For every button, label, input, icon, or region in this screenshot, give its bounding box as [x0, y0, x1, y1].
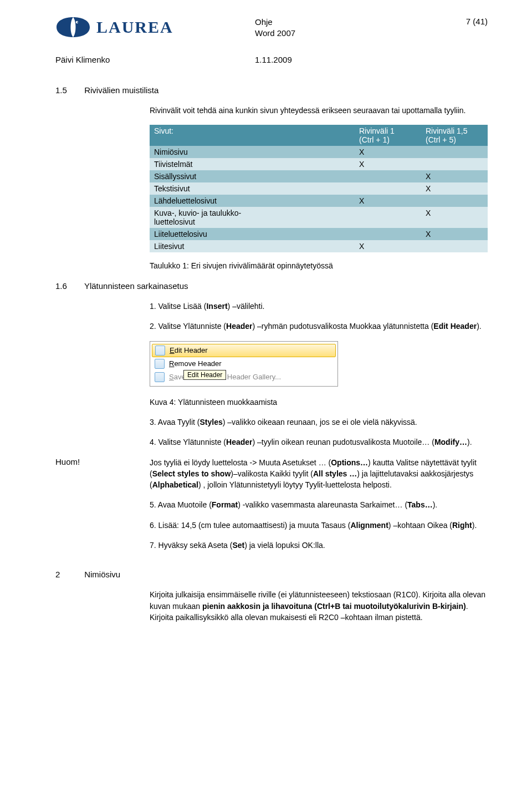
doc-subject: Word 2007 — [255, 28, 438, 39]
menu-item-remove-header[interactable]: Remove Header — [150, 357, 337, 370]
th-riv1: Rivinväli 1 (Ctrl + 1) — [355, 125, 421, 146]
menu-label: Edit Header — [170, 346, 332, 354]
page-number: 7 (41) — [438, 16, 488, 26]
section-title: Ylätunnisteen sarkainasetus — [84, 281, 188, 291]
table-row: NimiösivuX — [150, 146, 488, 158]
menu-label: Remove Header — [169, 359, 333, 368]
step-2: 2. Valitse Ylätunniste (Header) –ryhmän … — [150, 321, 488, 332]
header-center: Ohje Word 2007 — [255, 16, 438, 39]
table-row: SisällyssivutX — [150, 170, 488, 182]
nimiosivu-text: Kirjoita julkaisija ensimmäiselle rivill… — [150, 589, 488, 623]
save-gallery-icon — [155, 372, 165, 382]
section-2-heading: 2 Nimiösivu — [55, 570, 488, 579]
rivivali-table: Sivut: Rivinväli 1 (Ctrl + 1) Rivinväli … — [150, 125, 488, 252]
step-3: 3. Avaa Tyylit (Styles) –valikko oikeaan… — [150, 417, 488, 428]
table-row: TiivistelmätX — [150, 158, 488, 170]
section-num: 1.5 — [55, 85, 82, 95]
table-row: LiiteluettelosivuX — [150, 228, 488, 240]
step-4: 4. Valitse Ylätunniste (Header) –tyylin … — [150, 436, 488, 448]
th-sivut: Sivut: — [150, 125, 355, 146]
section-title: Rivivälien muistilista — [84, 85, 158, 95]
remove-header-icon — [155, 359, 165, 369]
page-header: LAUREA Ohje Word 2007 7 (41) — [55, 16, 488, 39]
table-caption: Taulukko 1: Eri sivujen rivivälimäärät o… — [150, 260, 488, 271]
huom-block: Huom! Jos tyyliä ei löydy luettelosta ->… — [55, 457, 488, 560]
table-row: LähdeluettelosivutX — [150, 195, 488, 207]
step-6: 6. Lisää: 14,5 (cm tulee automaattisesti… — [150, 520, 488, 531]
doc-date: 1.11.2009 — [255, 55, 488, 64]
section-1-6-heading: 1.6 Ylätunnisteen sarkainasetus — [55, 281, 488, 291]
step-7: 7. Hyväksy sekä Aseta (Set) ja vielä lop… — [150, 540, 488, 551]
step-1: 1. Valitse Lisää (Insert) –välilehti. — [150, 301, 488, 312]
huom-label: Huom! — [55, 457, 80, 466]
section-1-5-heading: 1.5 Rivivälien muistilista — [55, 85, 488, 95]
th-riv15: Rivinväli 1,5 (Ctrl + 5) — [421, 125, 488, 146]
table-row: TekstisivutX — [150, 182, 488, 195]
edit-header-icon — [155, 346, 165, 356]
figure-4-caption: Kuva 4: Ylätunnisteen muokkaamista — [150, 397, 488, 408]
intro-text: Rivinvälit voit tehdä aina kunkin sivun … — [150, 105, 488, 116]
table-row: Kuva-, kuvio- ja taulukko- luettelosivut… — [150, 207, 488, 228]
menu-item-edit-header[interactable]: Edit Header — [152, 344, 336, 357]
menu-item-save-gallery[interactable]: Save Selection to Header Gallery... — [150, 370, 337, 384]
logo-text: LAUREA — [96, 18, 173, 37]
author: Päivi Klimenko — [55, 55, 255, 64]
logo: LAUREA — [55, 16, 255, 39]
section-num: 1.6 — [55, 281, 82, 291]
subheader: Päivi Klimenko 1.11.2009 — [55, 55, 488, 64]
tooltip: Edit Header — [183, 370, 226, 380]
table-row: LiitesivutX — [150, 240, 488, 252]
doc-type: Ohje — [255, 17, 438, 28]
edit-header-menu-screenshot: Edit Header Remove Header Edit Header Sa… — [150, 341, 338, 387]
section-num: 2 — [55, 570, 82, 579]
section-title: Nimiösivu — [84, 570, 120, 579]
step-5: 5. Avaa Muotoile (Format) -valikko vasem… — [150, 499, 488, 510]
svg-point-1 — [77, 22, 78, 23]
huom-text: Jos tyyliä ei löydy luettelosta -> Muuta… — [150, 457, 488, 491]
laurea-logo-icon — [55, 16, 91, 39]
